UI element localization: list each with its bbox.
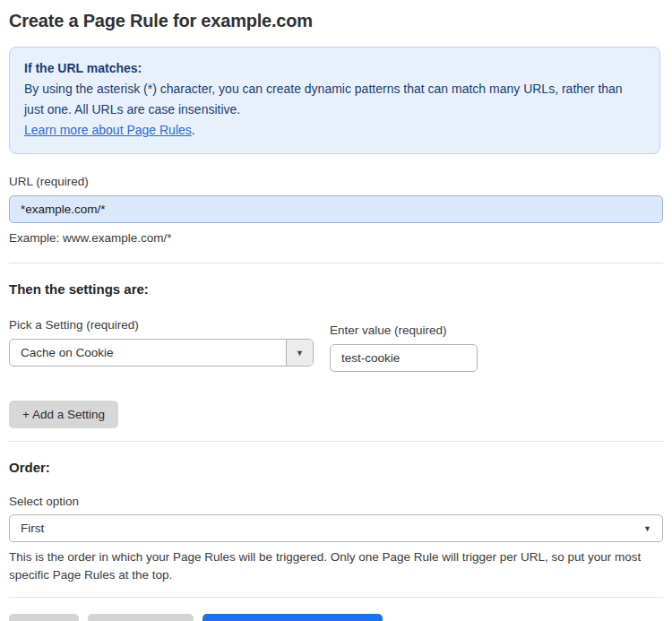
order-helper-text: This is the order in which your Page Rul…: [9, 548, 663, 584]
chevron-down-icon: ▼: [296, 349, 304, 358]
divider: [9, 597, 663, 598]
url-input[interactable]: [9, 195, 663, 223]
info-box-body: By using the asterisk (*) character, you…: [24, 79, 645, 120]
page-title: Create a Page Rule for example.com: [9, 11, 660, 31]
order-dropdown-value: First: [21, 522, 44, 535]
page-rule-form: Create a Page Rule for example.com If th…: [0, 0, 672, 621]
add-setting-button[interactable]: + Add a Setting: [9, 401, 118, 428]
cancel-button[interactable]: Cancel: [9, 614, 79, 621]
settings-row: Pick a Setting (required) Cache on Cooki…: [9, 318, 660, 372]
divider: [9, 441, 663, 442]
enter-value-label: Enter value (required): [330, 323, 478, 337]
info-box-link-line: Learn more about Page Rules.: [24, 120, 645, 141]
footer-actions: Cancel Save as Draft Save and Deploy Pag…: [9, 614, 660, 621]
order-dropdown[interactable]: First ▼: [9, 514, 663, 542]
save-and-deploy-button[interactable]: Save and Deploy Page Rule: [202, 614, 383, 621]
learn-more-link[interactable]: Learn more about Page Rules: [24, 123, 192, 137]
url-example-text: Example: www.example.com/*: [9, 229, 660, 247]
divider: [9, 263, 663, 263]
enter-value-column: Enter value (required): [330, 323, 478, 372]
setting-value-input[interactable]: [330, 344, 478, 372]
pick-setting-label: Pick a Setting (required): [9, 318, 314, 332]
pick-setting-column: Pick a Setting (required) Cache on Cooki…: [9, 318, 314, 372]
url-match-info-box: If the URL matches: By using the asteris…: [9, 47, 660, 154]
info-box-heading: If the URL matches:: [24, 58, 645, 79]
select-option-label: Select option: [9, 495, 660, 508]
save-as-draft-button[interactable]: Save as Draft: [88, 614, 194, 621]
setting-dropdown-value: Cache on Cookie: [10, 340, 286, 366]
chevron-down-icon: ▼: [643, 524, 651, 533]
order-heading: Order:: [9, 460, 660, 475]
settings-heading: Then the settings are:: [9, 281, 660, 297]
link-period: .: [192, 123, 195, 137]
setting-dropdown[interactable]: Cache on Cookie ▼: [9, 339, 314, 367]
setting-dropdown-button[interactable]: ▼: [286, 340, 313, 366]
url-label: URL (required): [9, 175, 660, 188]
